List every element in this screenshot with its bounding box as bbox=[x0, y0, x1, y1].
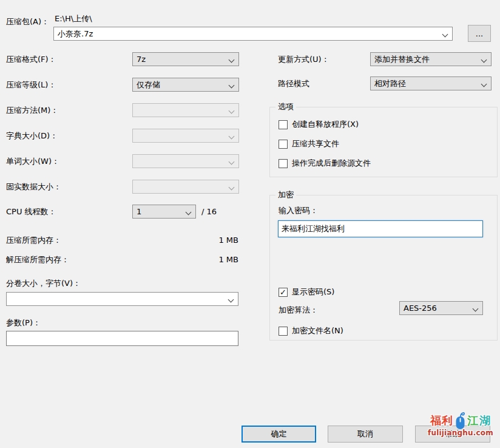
archive-dir-path: E:\H\上传\ bbox=[55, 14, 92, 24]
update-mode-combobox[interactable]: 添加并替换文件 bbox=[370, 52, 492, 66]
level-value: 仅存储 bbox=[137, 80, 160, 90]
archive-name-combobox[interactable]: 小奈奈.7z bbox=[53, 27, 453, 41]
checkbox-unchecked-icon[interactable] bbox=[279, 159, 288, 168]
encrypt-filenames-checkbox-row[interactable]: 加密文件名(N) bbox=[279, 325, 343, 336]
delete-after-checkbox-row[interactable]: 操作完成后删除源文件 bbox=[279, 158, 371, 169]
memory-decompress-value: 1 MB bbox=[218, 255, 238, 264]
encrypt-filenames-label: 加密文件名(N) bbox=[292, 325, 343, 336]
level-label: 压缩等级(L)： bbox=[6, 80, 56, 90]
watermark-text-jiang: 江 bbox=[467, 413, 479, 428]
encryption-groupbox: 加密 输入密码： 显示密码(S) 加密算法： AES-256 加密文件名(N) bbox=[269, 195, 498, 341]
encryption-method-label: 加密算法： bbox=[279, 305, 318, 315]
cpu-threads-combobox[interactable]: 1 bbox=[132, 205, 196, 219]
volume-size-label: 分卷大小，字节(V)： bbox=[6, 279, 81, 288]
solid-block-size-label: 固实数据大小： bbox=[6, 182, 61, 192]
shared-files-checkbox-row[interactable]: 压缩共享文件 bbox=[279, 138, 339, 149]
chevron-down-icon bbox=[481, 81, 487, 87]
checkbox-unchecked-icon[interactable] bbox=[279, 327, 288, 336]
show-password-checkbox-row[interactable]: 显示密码(S) bbox=[279, 287, 334, 297]
level-combobox[interactable]: 仅存储 bbox=[132, 78, 239, 92]
options-groupbox: 选项 创建自释放程序(X) 压缩共享文件 操作完成后删除源文件 bbox=[269, 107, 498, 177]
shared-files-label: 压缩共享文件 bbox=[292, 138, 339, 149]
memory-compress-label: 压缩所需内存： bbox=[6, 236, 61, 245]
solid-block-size-combobox bbox=[132, 180, 239, 194]
format-combobox[interactable]: 7z bbox=[132, 52, 239, 66]
chevron-down-icon bbox=[229, 134, 235, 140]
format-label: 压缩格式(F)： bbox=[6, 55, 56, 64]
chevron-down-icon bbox=[186, 209, 192, 216]
memory-decompress-label: 解压缩所需内存： bbox=[6, 255, 69, 265]
mouse-icon bbox=[454, 411, 467, 430]
checkbox-unchecked-icon[interactable] bbox=[279, 140, 288, 149]
word-size-label: 单词大小(W)： bbox=[6, 157, 59, 166]
chevron-down-icon bbox=[228, 297, 234, 303]
chevron-down-icon bbox=[229, 57, 235, 63]
create-sfx-checkbox-row[interactable]: 创建自释放程序(X) bbox=[279, 119, 359, 130]
update-mode-value: 添加并替换文件 bbox=[374, 54, 430, 65]
method-label: 压缩方法(M)： bbox=[6, 106, 58, 115]
ok-button[interactable]: 确定 bbox=[242, 426, 316, 443]
watermark-text-hu: 湖 bbox=[479, 413, 491, 428]
memory-compress-value: 1 MB bbox=[218, 236, 238, 245]
checkbox-unchecked-icon[interactable] bbox=[279, 120, 288, 129]
chevron-down-icon bbox=[229, 108, 235, 114]
chevron-down-icon bbox=[229, 185, 235, 191]
format-value: 7z bbox=[137, 55, 146, 64]
cpu-threads-value: 1 bbox=[137, 207, 141, 216]
encryption-method-combobox[interactable]: AES-256 bbox=[399, 301, 483, 315]
update-mode-label: 更新方式(U)： bbox=[278, 55, 329, 64]
volume-size-combobox[interactable] bbox=[6, 292, 238, 306]
chevron-down-icon bbox=[473, 306, 479, 312]
archive-label: 压缩包(A)： bbox=[6, 17, 49, 27]
parameters-input[interactable] bbox=[6, 331, 238, 346]
delete-after-label: 操作完成后删除源文件 bbox=[292, 158, 371, 169]
encryption-method-value: AES-256 bbox=[404, 304, 437, 313]
dictionary-size-combobox bbox=[132, 129, 239, 143]
browse-button[interactable]: ... bbox=[468, 25, 491, 42]
chevron-down-icon bbox=[229, 159, 235, 165]
cancel-button[interactable]: 取消 bbox=[328, 426, 403, 443]
method-combobox bbox=[132, 103, 239, 117]
password-input[interactable] bbox=[278, 220, 483, 237]
show-password-label: 显示密码(S) bbox=[292, 287, 334, 297]
path-mode-label: 路径模式 bbox=[278, 79, 309, 89]
dictionary-size-label: 字典大小(D)： bbox=[6, 131, 58, 141]
create-sfx-label: 创建自释放程序(X) bbox=[292, 119, 359, 130]
encryption-group-title: 加密 bbox=[275, 190, 296, 200]
options-group-title: 选项 bbox=[275, 102, 296, 112]
fulijianghu-watermark: 福利 江湖 fulijianghu.com bbox=[421, 410, 500, 437]
word-size-combobox bbox=[132, 154, 239, 168]
chevron-down-icon bbox=[442, 32, 448, 38]
path-mode-combobox[interactable]: 相对路径 bbox=[370, 76, 492, 90]
chevron-down-icon bbox=[229, 83, 235, 89]
checkbox-checked-icon[interactable] bbox=[279, 288, 288, 297]
archive-name-value: 小奈奈.7z bbox=[58, 29, 93, 39]
cpu-threads-max: / 16 bbox=[201, 207, 217, 217]
cpu-threads-label: CPU 线程数： bbox=[6, 207, 56, 217]
parameters-label: 参数(P)： bbox=[6, 318, 41, 328]
path-mode-value: 相对路径 bbox=[374, 78, 406, 89]
watermark-url: fulijianghu.com bbox=[421, 429, 500, 437]
chevron-down-icon bbox=[481, 57, 487, 63]
watermark-text-fuli: 福利 bbox=[430, 413, 453, 428]
password-label: 输入密码： bbox=[279, 206, 318, 216]
